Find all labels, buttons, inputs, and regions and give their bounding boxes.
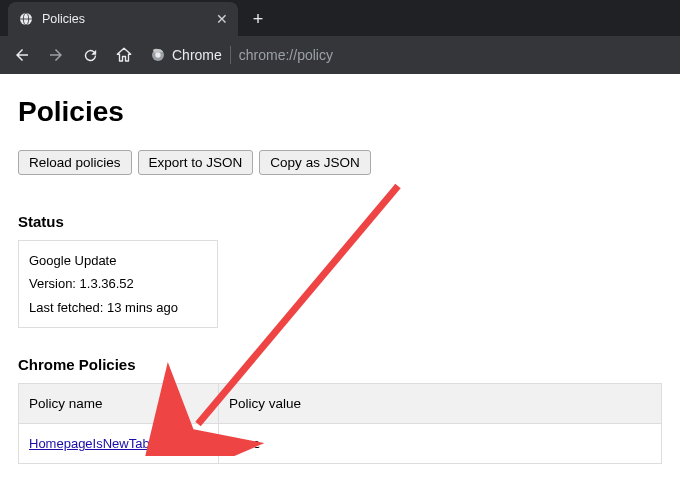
tab-strip: Policies ✕ + [0, 0, 680, 36]
col-policy-value: Policy value [219, 384, 662, 424]
page-title: Policies [18, 96, 662, 128]
page-content: Policies Reload policies Export to JSON … [0, 74, 680, 486]
browser-tab[interactable]: Policies ✕ [8, 2, 238, 36]
status-box-title: Google Update [29, 249, 207, 272]
new-tab-button[interactable]: + [244, 5, 272, 33]
svg-point-4 [155, 52, 160, 57]
omnibox-url: chrome://policy [239, 47, 333, 63]
browser-chrome: Policies ✕ + Chrome chrome://policy [0, 0, 680, 74]
copy-json-button[interactable]: Copy as JSON [259, 150, 370, 175]
toolbar: Chrome chrome://policy [0, 36, 680, 74]
action-buttons: Reload policies Export to JSON Copy as J… [18, 150, 662, 175]
reload-button[interactable] [76, 41, 104, 69]
policy-name-link[interactable]: HomepageIsNewTabPage [29, 436, 180, 451]
back-button[interactable] [8, 41, 36, 69]
omnibox-separator [230, 46, 231, 64]
status-version: Version: 1.3.36.52 [29, 272, 207, 295]
omnibox[interactable]: Chrome chrome://policy [150, 46, 333, 64]
chrome-policies-heading: Chrome Policies [18, 356, 662, 373]
table-row: HomepageIsNewTabPage true [19, 424, 662, 464]
chrome-chip: Chrome [150, 47, 222, 63]
reload-policies-button[interactable]: Reload policies [18, 150, 132, 175]
external-link-icon [182, 439, 194, 451]
globe-icon [18, 11, 34, 27]
col-policy-name: Policy name [19, 384, 219, 424]
close-icon[interactable]: ✕ [216, 11, 228, 27]
export-json-button[interactable]: Export to JSON [138, 150, 254, 175]
forward-button [42, 41, 70, 69]
status-last-fetched: Last fetched: 13 mins ago [29, 296, 207, 319]
tab-title: Policies [42, 12, 208, 26]
status-box: Google Update Version: 1.3.36.52 Last fe… [18, 240, 218, 328]
policy-value: true [229, 436, 260, 451]
status-heading: Status [18, 213, 662, 230]
policy-table: Policy name Policy value HomepageIsNewTa… [18, 383, 662, 464]
chrome-icon [150, 47, 166, 63]
omnibox-chip-label: Chrome [172, 47, 222, 63]
home-button[interactable] [110, 41, 138, 69]
